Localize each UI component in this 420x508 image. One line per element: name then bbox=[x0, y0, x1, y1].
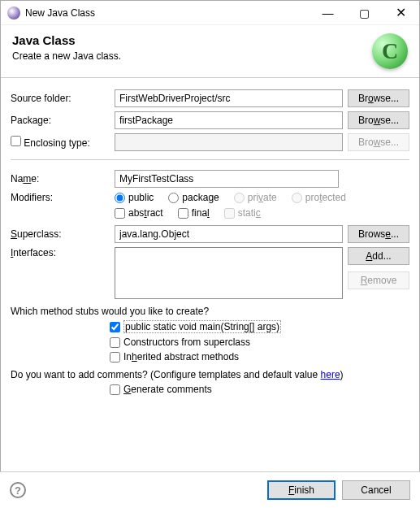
modifiers-label: Modifiers: bbox=[11, 192, 110, 203]
maximize-button[interactable]: ▢ bbox=[346, 1, 383, 25]
eclipse-icon bbox=[7, 7, 20, 20]
cancel-button[interactable]: Cancel bbox=[342, 480, 410, 500]
enclosing-type-label: Enclosing type: bbox=[11, 136, 110, 149]
source-folder-label: Source folder: bbox=[11, 93, 110, 104]
enclosing-type-checkbox[interactable] bbox=[11, 136, 21, 146]
wizard-subtitle: Create a new Java class. bbox=[12, 50, 121, 62]
superclass-browse-button[interactable]: Browse... bbox=[348, 225, 409, 243]
name-label: Name: bbox=[11, 173, 110, 185]
superclass-label: Superclass: bbox=[11, 228, 110, 240]
close-button[interactable]: ✕ bbox=[383, 1, 419, 25]
stubs-question: Which method stubs would you like to cre… bbox=[11, 306, 409, 317]
package-browse-button[interactable]: Browse... bbox=[348, 111, 409, 129]
comments-question: Do you want to add comments? (Configure … bbox=[11, 369, 409, 380]
source-folder-input[interactable] bbox=[115, 89, 343, 107]
interfaces-list[interactable] bbox=[115, 247, 343, 299]
window-title: New Java Class bbox=[25, 7, 310, 19]
class-icon: C bbox=[372, 33, 408, 69]
stub-main-checkbox[interactable]: public static void main(String[] args) bbox=[110, 320, 281, 333]
generate-comments-checkbox[interactable]: Generate comments bbox=[110, 384, 212, 395]
wizard-title: Java Class bbox=[12, 33, 121, 47]
modifier-protected-radio: protected bbox=[292, 192, 346, 203]
configure-here-link[interactable]: here bbox=[321, 369, 340, 380]
enclosing-type-browse-button: Browse... bbox=[348, 133, 409, 151]
modifier-private-radio: private bbox=[234, 192, 277, 203]
name-input[interactable] bbox=[115, 170, 339, 188]
help-icon[interactable]: ? bbox=[10, 482, 26, 498]
modifier-static-checkbox: static bbox=[224, 207, 261, 219]
minimize-button[interactable]: — bbox=[310, 1, 346, 25]
modifier-abstract-checkbox[interactable]: abstract bbox=[115, 207, 163, 219]
enclosing-type-input bbox=[115, 133, 343, 151]
package-input[interactable] bbox=[115, 111, 343, 129]
modifier-package-radio[interactable]: package bbox=[168, 192, 219, 203]
interfaces-label: Interfaces: bbox=[11, 247, 110, 258]
stub-inherited-checkbox[interactable]: Inherited abstract methods bbox=[110, 351, 239, 363]
modifier-final-checkbox[interactable]: final bbox=[178, 207, 210, 219]
superclass-input[interactable] bbox=[115, 225, 343, 243]
finish-button[interactable]: Finish bbox=[267, 480, 336, 500]
source-folder-browse-button[interactable]: Browse... bbox=[348, 89, 409, 107]
stub-constructors-checkbox[interactable]: Constructors from superclass bbox=[110, 336, 250, 348]
title-bar: New Java Class — ▢ ✕ bbox=[1, 1, 419, 25]
interfaces-remove-button: Remove bbox=[348, 271, 409, 289]
wizard-header: Java Class Create a new Java class. C bbox=[1, 25, 419, 78]
interfaces-add-button[interactable]: Add... bbox=[348, 247, 409, 265]
package-label: Package: bbox=[11, 115, 110, 126]
modifier-public-radio[interactable]: public bbox=[115, 192, 154, 203]
